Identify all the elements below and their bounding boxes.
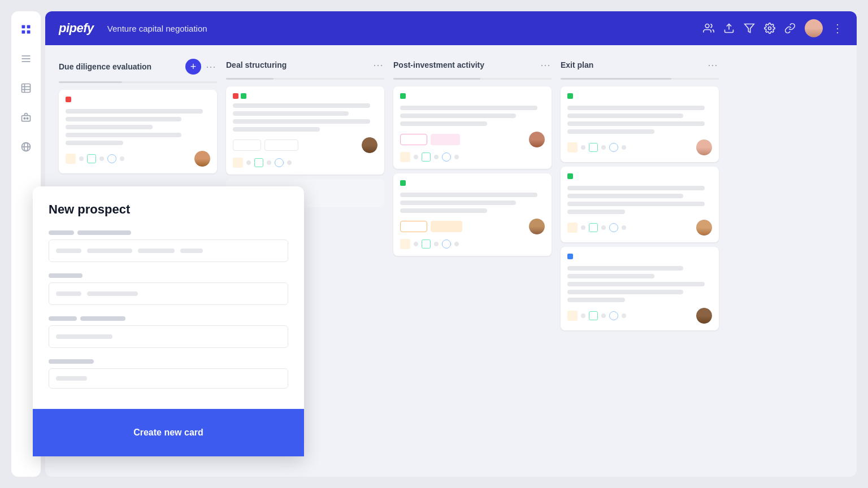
header-right: ⋮ [703, 19, 843, 37]
form-input-content-1 [56, 249, 281, 253]
column-post-investment: Post-investment activity ⋯ [393, 56, 552, 465]
card-icon-dot-3 [120, 156, 124, 161]
form-label-2 [49, 273, 288, 278]
card-dot-5-3 [622, 145, 626, 150]
card-skeleton-4-3 [400, 208, 487, 213]
card-bottom-icon-4-1 [400, 239, 410, 249]
card-dot-6-3 [622, 225, 626, 230]
card-icon-dot-1 [79, 156, 84, 161]
card-icons-6 [567, 223, 626, 233]
card-color-dot-1 [66, 97, 71, 102]
sidebar-item-bot[interactable] [17, 108, 35, 127]
users-icon[interactable] [703, 23, 714, 34]
column-menu-3[interactable]: ⋯ [540, 59, 552, 71]
card-color-dot-5 [567, 93, 573, 99]
create-new-card-button[interactable]: Create new card [49, 419, 288, 446]
card-skeleton-6-4 [567, 210, 625, 214]
form-input-3[interactable] [49, 325, 288, 348]
svg-rect-2 [22, 30, 25, 34]
column-menu-4[interactable]: ⋯ [708, 59, 719, 71]
card-avatar-3 [529, 132, 545, 147]
card-icons-7 [567, 311, 626, 321]
card-avatar-1 [194, 151, 210, 167]
card-footer-6 [567, 220, 712, 236]
card-avatar-4 [529, 219, 545, 234]
card-skeleton-3 [66, 125, 153, 129]
column-progress-bar-1 [59, 81, 122, 83]
card-skeleton-3-1 [400, 106, 537, 110]
card-dot-6-2 [601, 225, 606, 230]
card-icon-square-1 [87, 154, 96, 163]
form-label-4 [49, 359, 288, 364]
sidebar-item-globe[interactable] [17, 138, 35, 156]
avatar-face-2 [362, 137, 377, 153]
form-input-4[interactable] [49, 368, 288, 389]
card-icon-6-1 [567, 223, 578, 233]
export-icon[interactable] [723, 23, 735, 34]
form-label-skeleton-3-2 [80, 316, 125, 321]
card-bottom-dot-2-1 [246, 160, 251, 165]
app-logo: pipefy [59, 21, 94, 36]
card-skeleton-5-2 [567, 114, 683, 118]
form-input-2[interactable] [49, 282, 288, 305]
modal-footer: Create new card [33, 409, 304, 456]
card-bottom-icons-2 [233, 158, 377, 168]
settings-icon[interactable] [764, 23, 775, 34]
card-footer-5 [567, 140, 712, 155]
input-skeleton-3-1 [56, 334, 112, 339]
card-skeleton-3-2 [400, 114, 516, 118]
card-skeleton-4-1 [400, 193, 537, 197]
card-skeleton-3-3 [400, 121, 487, 126]
card-dot-5-1 [581, 145, 585, 150]
card-color-dot-7 [567, 254, 573, 259]
card-tags-2 [233, 140, 298, 151]
card-icon-7-3 [609, 311, 618, 320]
svg-rect-0 [22, 25, 25, 29]
card-icon-7-1 [567, 311, 578, 321]
column-add-button-1[interactable]: + [185, 59, 201, 75]
card-footer-3 [400, 132, 545, 147]
card-skeleton-7-3 [567, 282, 705, 286]
form-input-1[interactable] [49, 239, 288, 262]
column-progress-4 [561, 78, 719, 80]
card-color-dot-4 [400, 180, 406, 186]
form-group-4 [49, 359, 288, 389]
card-avatar-7 [696, 308, 712, 324]
card-tags-3 [400, 134, 460, 145]
user-avatar[interactable] [805, 19, 823, 37]
input-skeleton-4 [56, 376, 87, 381]
form-group-2 [49, 273, 288, 305]
svg-rect-11 [22, 116, 31, 121]
column-menu-1[interactable]: ⋯ [206, 60, 217, 73]
card-skeleton-2-3 [233, 119, 370, 124]
card-icon-5-2 [589, 143, 598, 152]
card-color-dot-red [233, 93, 238, 99]
card-bottom-dot-2-3 [287, 160, 292, 165]
input-skeleton-1-2 [87, 249, 132, 253]
card-skeleton-7-5 [567, 298, 625, 302]
card-bottom-icon-3-1 [400, 152, 410, 162]
column-progress-3 [393, 78, 552, 80]
form-input-content-3 [56, 334, 281, 339]
filter-icon[interactable] [744, 23, 755, 34]
new-prospect-modal: New prospect [33, 186, 304, 456]
column-menu-2[interactable]: ⋯ [373, 59, 384, 71]
card-skeleton-5-4 [567, 129, 654, 134]
sidebar-item-list[interactable] [17, 50, 35, 68]
link-icon[interactable] [784, 23, 796, 34]
card-bottom-dot-2-2 [267, 160, 271, 165]
form-label-3 [49, 316, 288, 321]
card-bottom-icon-2-3 [275, 158, 284, 167]
card-bottom-dot-3 [414, 155, 418, 159]
card-skeleton-2 [66, 117, 181, 121]
card-bottom-dot-4-3 [454, 242, 459, 246]
card-bottom-dot-3-2 [434, 155, 439, 159]
card-icon-6-2 [589, 223, 598, 232]
sidebar-item-grid[interactable] [17, 20, 35, 38]
card-skeleton-7-1 [567, 266, 683, 271]
modal-body: New prospect [33, 186, 304, 409]
column-header-2: Deal structuring ⋯ [226, 56, 384, 73]
header-more-icon[interactable]: ⋮ [832, 21, 843, 35]
card-skeleton-2-2 [233, 111, 349, 116]
sidebar-item-table[interactable] [17, 79, 35, 97]
